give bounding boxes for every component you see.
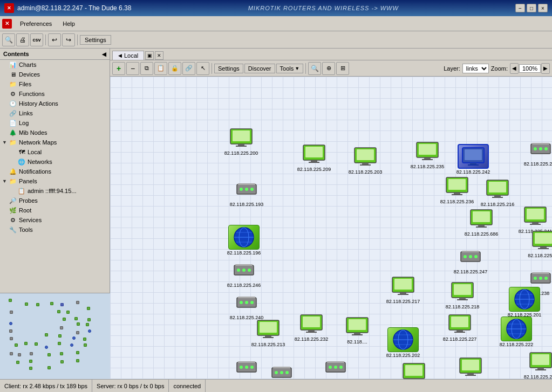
copy-btn[interactable]: ⧉ (140, 62, 153, 75)
network-node[interactable]: 82.118.225.216 (477, 176, 518, 207)
sidebar-item-local[interactable]: 🗺 Local (0, 147, 110, 157)
help-menu[interactable]: Help (58, 19, 80, 29)
sidebar-collapse-icon[interactable]: ◀ (102, 51, 106, 57)
network-node[interactable]: 82.118.225.200 (221, 125, 262, 156)
network-node[interactable]: 82.118.225.222 (496, 317, 537, 347)
network-node[interactable]: 82.118.225.236 (437, 174, 478, 204)
sidebar-item-history[interactable]: 🕐 History Actions (0, 99, 110, 108)
network-node[interactable]: 82.118.225.218 (442, 279, 483, 310)
zoom-out-btn[interactable]: ◀ (510, 63, 519, 74)
node-label: 82.118.225.209 (297, 167, 331, 172)
center-btn[interactable]: ⊕ (322, 62, 335, 75)
node-label: 82.118.225.200 (224, 150, 258, 156)
minimap-dot (76, 359, 79, 362)
toolbar-csv-btn[interactable]: csv (30, 33, 43, 46)
sidebar-item-admin[interactable]: 📋 admin ::ffff:94.15... (0, 186, 110, 196)
fit-btn[interactable]: ⊞ (336, 62, 349, 75)
sidebar-item-charts[interactable]: 📊 Charts (0, 60, 110, 70)
network-node[interactable]: 82.118.225.244 (393, 360, 434, 379)
network-node[interactable]: 82.118.225.202 (383, 327, 424, 358)
local-tab[interactable]: ◀ Local (112, 51, 144, 60)
svg-rect-18 (470, 163, 476, 164)
network-node[interactable]: 82.118.225.193 (226, 176, 267, 207)
node-icon (231, 354, 262, 379)
network-node[interactable]: 82.118.225.220 (450, 354, 491, 379)
sidebar-item-files[interactable]: 📁 Files (0, 79, 110, 89)
network-node[interactable]: 82.118.225.242 (453, 144, 494, 175)
sidebar-item-notifications[interactable]: 🔔 Notifications (0, 167, 110, 176)
network-node[interactable]: 82.118.225.246 (223, 257, 264, 288)
sidebar-item-mib[interactable]: 🌲 Mib Nodes (0, 128, 110, 137)
network-node[interactable]: 82.118.225.209 (294, 141, 335, 172)
paste-btn[interactable]: 📋 (154, 62, 167, 75)
maximize-button[interactable]: □ (527, 4, 536, 12)
toolbar-search-btn[interactable]: 🔍 (2, 33, 15, 46)
layer-controls: Layer: links Zoom: ◀ 100% ▶ (444, 63, 550, 74)
network-node[interactable]: 82.118.225.686 (461, 206, 502, 237)
sidebar-item-probes[interactable]: 🔎 Probes (0, 196, 110, 205)
remove-btn[interactable]: − (126, 62, 139, 75)
network-node[interactable]: 82.118.225.217 (383, 273, 424, 304)
toolbar-redo-btn[interactable]: ↪ (62, 33, 75, 46)
lock-btn[interactable]: 🔒 (168, 62, 181, 75)
minimap-dot (25, 302, 28, 306)
map-canvas[interactable]: 82.118.225.200 82.118.225.209 82.118.225… (110, 77, 552, 379)
find-btn[interactable]: 🔍 (308, 62, 321, 75)
svg-rect-56 (540, 246, 547, 248)
minimize-button[interactable]: − (515, 4, 525, 12)
tools-dropdown-icon: ▼ (295, 66, 299, 71)
node-label: 82.118.225.236 (440, 199, 474, 204)
settings-btn[interactable]: Settings (214, 64, 243, 73)
tools-dropdown-btn[interactable]: Tools ▼ (276, 64, 304, 73)
settings-button[interactable]: Settings (80, 35, 111, 45)
network-node[interactable]: 82.118.225.22 (523, 228, 552, 258)
preferences-menu[interactable]: Preferences (15, 19, 57, 29)
devices-label: Devices (19, 71, 40, 78)
tab-close-btn[interactable]: ✕ (155, 51, 163, 60)
svg-rect-17 (465, 149, 482, 160)
sidebar-item-devices[interactable]: 🖥 Devices (0, 70, 110, 79)
minimap-dot (76, 351, 79, 354)
svg-rect-38 (238, 183, 255, 185)
toolbar-print-btn[interactable]: 🖨 (16, 33, 29, 46)
sidebar-item-services[interactable]: ⚙ Services (0, 215, 110, 225)
network-node[interactable]: 82.118.225.210 (261, 360, 302, 379)
network-node[interactable]: 82.118.... (337, 314, 378, 345)
add-btn[interactable]: + (112, 62, 125, 75)
sidebar-item-network-maps[interactable]: ▼ 📁 Network Maps (0, 137, 110, 147)
network-node[interactable]: 82.118.225.196 (223, 225, 264, 256)
sidebar-item-functions[interactable]: ⚙ Functions (0, 89, 110, 99)
sidebar-item-panels[interactable]: ▼ 📁 Panels (0, 176, 110, 186)
zoom-in-btn[interactable]: ▶ (541, 63, 550, 74)
svg-rect-36 (492, 197, 503, 198)
network-node[interactable]: 82.118.225.227 (439, 311, 480, 342)
sidebar-item-networks[interactable]: 🌐 Networks (0, 157, 110, 167)
link-btn[interactable]: 🔗 (182, 62, 195, 75)
sidebar-item-links[interactable]: 🔗 Links (0, 108, 110, 118)
devices-icon: 🖥 (9, 70, 17, 79)
close-button[interactable]: × (538, 4, 548, 12)
layer-select[interactable]: links (462, 64, 489, 73)
files-label: Files (19, 81, 31, 87)
sidebar-item-tools[interactable]: 🔧 Tools (0, 225, 110, 235)
network-node[interactable]: 82.118.225.247 (450, 244, 491, 274)
app-menu-icon[interactable]: ✕ (2, 19, 12, 29)
network-node[interactable]: 82.118.225.203 (345, 144, 386, 175)
network-node[interactable]: 82.118.225.201 (504, 287, 545, 318)
tab-restore-btn[interactable]: ▣ (145, 51, 154, 60)
sidebar-item-root[interactable]: 🌿 Root (0, 205, 110, 215)
network-node[interactable]: 82.118.225.215 (520, 349, 552, 379)
sidebar-item-log[interactable]: 📄 Log (0, 118, 110, 128)
discover-btn[interactable]: Discover (244, 64, 275, 73)
pointer-btn[interactable]: ↖ (196, 62, 209, 75)
network-node[interactable]: 82.118.225.213 (248, 317, 289, 347)
network-node[interactable]: 82.118.225.235 (407, 139, 448, 169)
network-node[interactable]: 82.118.225.230 (520, 136, 552, 167)
node-icon (412, 139, 443, 163)
network-node[interactable]: 82.118.225.240 (226, 290, 267, 320)
svg-rect-110 (260, 322, 277, 333)
toolbar-undo-btn[interactable]: ↩ (48, 33, 61, 46)
network-node[interactable]: 82.118.225.245 (315, 354, 356, 379)
svg-rect-57 (538, 248, 549, 249)
network-node[interactable]: 82.118.225.232 (291, 311, 332, 342)
